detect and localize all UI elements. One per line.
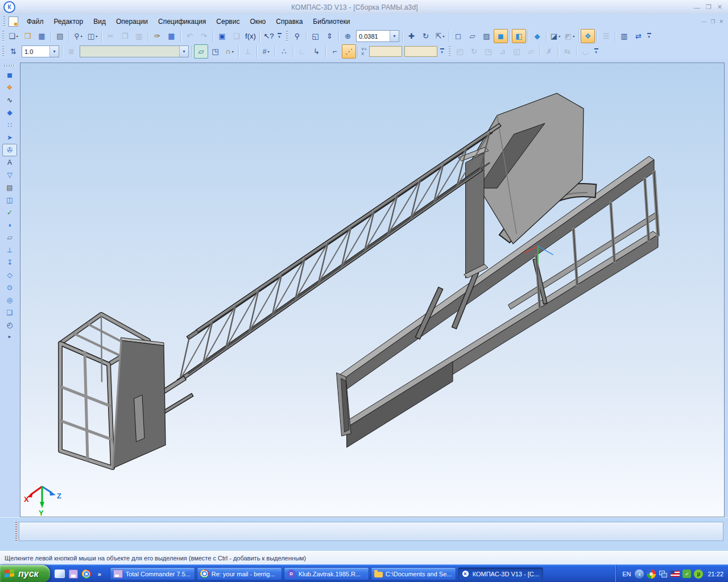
menu-grip[interactable] — [3, 16, 5, 27]
start-button[interactable]: пуск — [0, 565, 50, 582]
menu-view[interactable]: Вид — [88, 16, 111, 27]
zoom-selection-button[interactable]: ⚲ — [290, 29, 304, 43]
auxiliary-geometry-button[interactable]: ➤ — [2, 131, 17, 144]
toolbar-overflow-button[interactable]: ▾ — [439, 45, 445, 58]
hidden-lines-thin-button[interactable]: ▨ — [479, 29, 494, 43]
tray-color-settings-icon[interactable] — [647, 569, 656, 579]
plane-through-point-button[interactable]: ↧ — [2, 256, 17, 269]
shaded-button[interactable]: ◼ — [494, 29, 508, 43]
axes-orientation-button[interactable]: ↳ — [309, 44, 324, 59]
offset-plane-button[interactable]: ▱ — [2, 231, 17, 244]
mates-button[interactable]: ✇ — [2, 144, 17, 156]
grid-button[interactable]: #▾ — [259, 44, 273, 59]
angled-plane-button[interactable]: ◇ — [2, 269, 17, 281]
save-button[interactable]: ▦ — [35, 29, 49, 43]
task-total-commander[interactable]: Total Commander 7.5... — [110, 567, 195, 580]
zoom-scale-combo[interactable]: 0.0381▾ — [356, 30, 399, 42]
deform-component-button[interactable]: ▱ — [524, 44, 538, 59]
menu-help[interactable]: Справка — [271, 16, 308, 27]
tray-hide-icons-button[interactable]: ‹ — [635, 569, 644, 579]
orientation-button[interactable]: ⇱▾ — [433, 29, 447, 43]
toolbar-grip[interactable] — [2, 46, 4, 57]
dynamic-snap-button[interactable]: ⋰ — [342, 44, 356, 59]
undo-button[interactable]: ↶ — [183, 29, 197, 43]
rotate-component-button[interactable]: ↻ — [467, 44, 481, 59]
edit-part-button[interactable]: ◼ — [2, 69, 17, 81]
cage-plate[interactable] — [113, 338, 166, 468]
zoom-current-button[interactable]: ⊕ — [341, 29, 355, 43]
redo-button[interactable]: ↷ — [197, 29, 211, 43]
print-preview-button[interactable]: ⚲▾ — [71, 29, 85, 43]
scale-component-button[interactable]: ◳ — [481, 44, 495, 59]
task-mail[interactable]: Re: your mail - berrig... — [197, 567, 282, 580]
menu-specification[interactable]: Спецификация — [153, 16, 211, 27]
corner-button[interactable]: ⌐ — [328, 44, 342, 59]
wireframe-button[interactable]: ◻ — [451, 29, 465, 43]
tray-language-flag-icon[interactable] — [671, 571, 680, 577]
snaps-setup-button[interactable]: ∴ — [277, 44, 291, 59]
new-file-button[interactable]: ❏▾ — [6, 29, 20, 43]
insert-object-button[interactable]: ◫▾ — [85, 29, 100, 43]
menu-window[interactable]: Окно — [245, 16, 271, 27]
sheet-metal-button[interactable]: ◖ — [2, 219, 17, 231]
model-tree-button[interactable]: ☰ — [599, 29, 613, 43]
measure-button[interactable]: A — [2, 156, 17, 169]
box-element-button[interactable]: ❑ — [2, 306, 17, 319]
x-coordinate-field[interactable] — [404, 46, 437, 57]
open-button[interactable]: ❒ — [20, 29, 35, 43]
move-component-button[interactable]: ◰ — [453, 44, 467, 59]
chrome-launch-button[interactable] — [82, 569, 91, 579]
menu-editor[interactable]: Редактор — [49, 16, 89, 27]
mirror-component-button[interactable]: ⊿ — [495, 44, 510, 59]
mdi-restore-button[interactable]: ❐ — [710, 19, 715, 24]
toolbar-overflow-button[interactable]: ▾ — [646, 30, 652, 43]
perspective-button[interactable]: ◆ — [530, 29, 544, 43]
simplified-display-button[interactable]: ❖ — [581, 29, 595, 43]
language-indicator[interactable]: EN — [622, 571, 631, 577]
clock[interactable]: 21:22 — [708, 571, 723, 577]
zoom-in-out-button[interactable]: ⇕ — [322, 29, 337, 43]
viewport-3d[interactable]: X Z Y — [20, 63, 725, 517]
step-combo[interactable]: 1.0▾ — [22, 45, 59, 57]
mdi-close-button[interactable]: ✕ — [719, 19, 723, 24]
copy-properties-button[interactable]: ✑ — [150, 29, 164, 43]
context-help-button[interactable]: ↖? — [262, 29, 276, 43]
sketch-edit-button[interactable]: ◳ — [208, 44, 222, 59]
print-button[interactable]: ▤ — [53, 29, 67, 43]
cylindrical-element-button[interactable]: ⊙ — [2, 281, 17, 294]
shaded-with-edges-button[interactable]: ◧ — [512, 29, 526, 43]
arrays-button[interactable]: ∷ — [2, 119, 17, 131]
minimize-button[interactable]: — — [694, 4, 700, 11]
task-media[interactable]: DKlub.Zavtrak.1985.R... — [284, 567, 369, 580]
fx-button[interactable]: f(x) — [243, 29, 258, 43]
local-cs-element-button[interactable]: ◎ — [2, 294, 17, 306]
task-explorer[interactable]: C:\Documents and Se... — [371, 567, 456, 580]
surfaces-button[interactable]: ◆ — [2, 106, 17, 119]
mdi-minimize-button[interactable]: — — [701, 19, 706, 24]
copy-button[interactable]: ❐ — [118, 29, 132, 43]
change-step-button[interactable]: ⇅ — [6, 44, 20, 59]
cut-button[interactable]: ✂ — [104, 29, 118, 43]
section-zone-button[interactable]: ◩▾ — [562, 29, 577, 43]
gauge-button[interactable]: ◴ — [2, 319, 17, 331]
panel-expander-button[interactable]: ▸ — [9, 334, 11, 339]
menu-file[interactable]: Файл — [22, 16, 49, 27]
toolbar-grip[interactable] — [2, 31, 4, 42]
layers-combo[interactable]: ▾ — [80, 45, 189, 57]
restore-button[interactable]: ❐ — [706, 3, 712, 11]
edit-assembly-button[interactable]: ❖ — [2, 81, 17, 94]
verification-button[interactable]: ✓ — [2, 206, 17, 219]
menu-libraries[interactable]: Библиотеки — [308, 16, 355, 27]
spatial-curves-button[interactable]: ∿ — [2, 94, 17, 106]
pan-button[interactable]: ✚ — [404, 29, 419, 43]
rebuild-button[interactable]: ▥ — [617, 29, 631, 43]
delete-face-button[interactable]: ✗ — [542, 44, 556, 59]
toolbar-grip[interactable] — [286, 31, 288, 42]
total-commander-launch-button[interactable] — [69, 569, 78, 579]
sketch-button[interactable]: ▱ — [194, 44, 208, 59]
y-coordinate-field[interactable] — [369, 46, 402, 57]
refresh-button[interactable]: ⇄ — [631, 29, 646, 43]
align-button[interactable]: ⇆ — [560, 44, 574, 59]
messages-button[interactable]: ❑ — [229, 29, 243, 43]
combo-dropdown-button[interactable]: ▾ — [179, 46, 188, 57]
